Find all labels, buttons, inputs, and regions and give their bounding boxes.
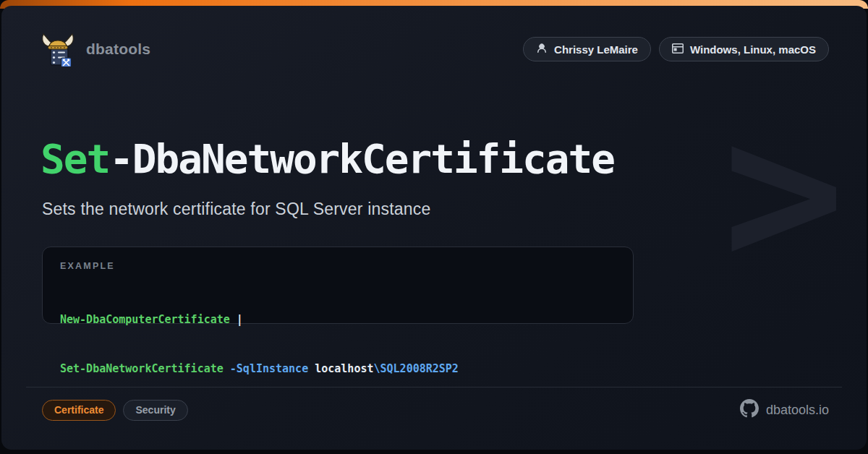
- example-code: New-DbaComputerCertificate | Set-DbaNetw…: [60, 279, 616, 409]
- dbatools-viking-logo-icon: [41, 32, 75, 67]
- code-command: New-DbaComputerCertificate: [60, 313, 230, 326]
- site-link[interactable]: dbatools.io: [740, 399, 829, 421]
- person-icon: [536, 43, 548, 56]
- code-pipe: |: [230, 313, 243, 326]
- github-icon: [740, 399, 759, 421]
- site-label: dbatools.io: [766, 403, 829, 418]
- code-line-2: Set-DbaNetworkCertificate -SqlInstance l…: [60, 361, 616, 377]
- platforms-pill[interactable]: Windows, Linux, macOS: [659, 37, 829, 61]
- header: dbatools Chrissy LeMaire: [41, 32, 829, 67]
- content-card: >: [1, 6, 867, 450]
- tag-security[interactable]: Security: [123, 400, 187, 421]
- code-parameter: -SqlInstance: [224, 362, 308, 375]
- chevron-watermark: >: [723, 91, 845, 294]
- author-pill[interactable]: Chrissy LeMaire: [523, 37, 651, 61]
- brand-name: dbatools: [86, 40, 150, 58]
- example-label: EXAMPLE: [60, 261, 616, 271]
- title-verb: Set: [41, 135, 109, 182]
- footer: Certificate Security dbatools.io: [42, 399, 829, 421]
- header-pills: Chrissy LeMaire Windows, Linux, macOS: [523, 37, 829, 61]
- social-card-page: >: [0, 0, 868, 454]
- code-host: localhost: [308, 362, 373, 375]
- code-instance-value: \SQL2008R2SP2: [374, 362, 459, 375]
- brand[interactable]: dbatools: [41, 32, 150, 67]
- example-code-box: EXAMPLE New-DbaComputerCertificate | Set…: [42, 247, 634, 324]
- title-rest: -DbaNetworkCertificate: [109, 135, 614, 182]
- author-pill-label: Chrissy LeMaire: [554, 43, 638, 56]
- footer-divider: [26, 387, 842, 387]
- page-subtitle: Sets the network certificate for SQL Ser…: [42, 200, 431, 219]
- code-command: Set-DbaNetworkCertificate: [60, 362, 224, 375]
- code-line-1: New-DbaComputerCertificate |: [60, 312, 616, 328]
- page-title: Set-DbaNetworkCertificate: [41, 136, 614, 182]
- browser-window-icon: [672, 43, 684, 56]
- platforms-pill-label: Windows, Linux, macOS: [690, 43, 816, 56]
- tag-certificate[interactable]: Certificate: [42, 400, 116, 421]
- tag-list: Certificate Security: [42, 400, 188, 421]
